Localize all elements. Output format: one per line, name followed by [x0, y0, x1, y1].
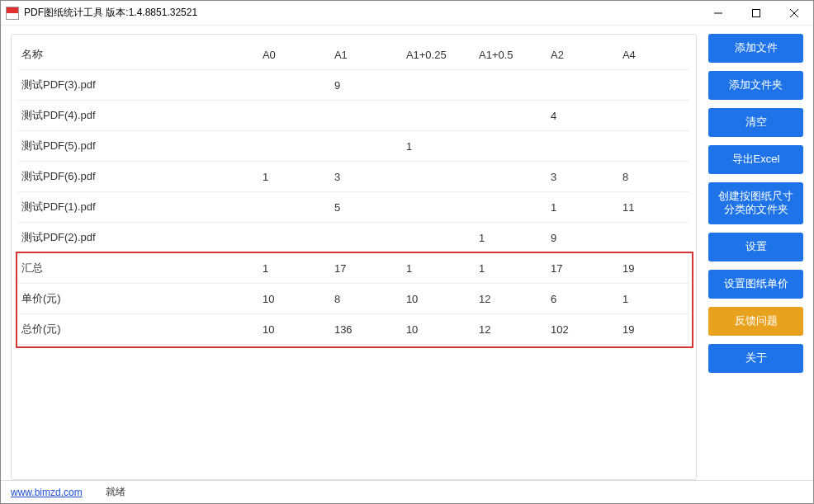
table-row[interactable]: 测试PDF(1).pdf5111: [18, 192, 689, 223]
cell: 8: [329, 284, 401, 314]
cell: [474, 131, 546, 162]
window-controls: [699, 1, 813, 25]
cell: [258, 131, 329, 162]
add-folder-button[interactable]: 添加文件夹: [708, 71, 803, 100]
col-a1p5[interactable]: A1+0.5: [474, 40, 546, 70]
app-icon: [6, 7, 19, 20]
maximize-button[interactable]: [737, 1, 775, 25]
cell: 10: [258, 314, 329, 345]
cell: 10: [401, 284, 474, 314]
main-area: 名称 A0 A1 A1+0.25 A1+0.5 A2 A4 测试PDF(3).p…: [1, 26, 813, 480]
cell: 5: [329, 192, 401, 223]
cell: 10: [401, 314, 474, 345]
cell: [618, 70, 689, 101]
cell: 10: [258, 284, 329, 314]
cell: [258, 70, 329, 101]
cell: [401, 70, 474, 101]
cell: [401, 192, 474, 223]
cell: [258, 223, 329, 253]
cell: 9: [329, 70, 401, 101]
cell: [474, 70, 546, 101]
cell: 测试PDF(3).pdf: [18, 70, 258, 101]
statusbar: www.bimzd.com 就绪: [1, 480, 813, 503]
cell: 总价(元): [18, 314, 258, 345]
table-row[interactable]: 测试PDF(4).pdf4: [18, 101, 689, 131]
cell: 1: [401, 253, 474, 284]
cell: 测试PDF(1).pdf: [18, 192, 258, 223]
clear-button[interactable]: 清空: [708, 108, 803, 137]
table-row[interactable]: 测试PDF(3).pdf9: [18, 70, 689, 101]
cell: 汇总: [18, 253, 258, 284]
table-row[interactable]: 单价(元)108101261: [18, 284, 689, 314]
cell: 测试PDF(4).pdf: [18, 101, 258, 131]
cell: [258, 192, 329, 223]
col-name[interactable]: 名称: [18, 40, 258, 70]
cell: [329, 223, 401, 253]
side-buttons: 添加文件 添加文件夹 清空 导出Excel 创建按图纸尺寸 分类的文件夹 设置 …: [708, 34, 803, 480]
col-a1[interactable]: A1: [329, 40, 401, 70]
cell: [618, 223, 689, 253]
table-row[interactable]: 测试PDF(2).pdf19: [18, 223, 689, 253]
feedback-button[interactable]: 反馈问题: [708, 307, 803, 336]
cell: 8: [618, 162, 689, 192]
cell: 4: [546, 101, 618, 131]
cell: 1: [258, 162, 329, 192]
titlebar: PDF图纸统计工具 版本:1.4.8851.32521: [1, 1, 813, 26]
about-button[interactable]: 关于: [708, 344, 803, 373]
cell: 1: [618, 284, 689, 314]
col-a1p25[interactable]: A1+0.25: [401, 40, 474, 70]
cell: 12: [474, 314, 546, 345]
close-button[interactable]: [775, 1, 813, 25]
status-text: 就绪: [106, 485, 125, 499]
cell: 测试PDF(5).pdf: [18, 131, 258, 162]
cell: 3: [546, 162, 618, 192]
table-row[interactable]: 测试PDF(5).pdf1: [18, 131, 689, 162]
cell: 单价(元): [18, 284, 258, 314]
cell: 12: [474, 284, 546, 314]
cell: 19: [618, 314, 689, 345]
cell: [474, 162, 546, 192]
window-title: PDF图纸统计工具 版本:1.4.8851.32521: [24, 6, 699, 20]
cell: 6: [546, 284, 618, 314]
cell: 1: [474, 253, 546, 284]
cell: 1: [401, 131, 474, 162]
cell: [329, 101, 401, 131]
cell: 测试PDF(6).pdf: [18, 162, 258, 192]
table-row[interactable]: 汇总117111719: [18, 253, 689, 284]
cell: [618, 101, 689, 131]
cell: 11: [618, 192, 689, 223]
create-size-folders-button[interactable]: 创建按图纸尺寸 分类的文件夹: [708, 182, 803, 225]
website-link[interactable]: www.bimzd.com: [11, 487, 83, 498]
cell: [546, 70, 618, 101]
cell: 1: [546, 192, 618, 223]
cell: 1: [258, 253, 329, 284]
settings-button[interactable]: 设置: [708, 233, 803, 261]
cell: [401, 162, 474, 192]
col-a2[interactable]: A2: [546, 40, 618, 70]
cell: 19: [618, 253, 689, 284]
cell: 3: [329, 162, 401, 192]
set-price-button[interactable]: 设置图纸单价: [708, 270, 803, 299]
cell: 17: [546, 253, 618, 284]
cell: 9: [546, 223, 618, 253]
cell: [401, 223, 474, 253]
minimize-button[interactable]: [699, 1, 737, 25]
cell: [329, 131, 401, 162]
cell: 测试PDF(2).pdf: [18, 223, 258, 253]
export-excel-button[interactable]: 导出Excel: [708, 145, 803, 174]
cell: 1: [474, 223, 546, 253]
col-a4[interactable]: A4: [618, 40, 689, 70]
cell: [474, 101, 546, 131]
cell: [258, 101, 329, 131]
svg-rect-1: [753, 9, 760, 16]
add-file-button[interactable]: 添加文件: [708, 34, 803, 63]
data-table: 名称 A0 A1 A1+0.25 A1+0.5 A2 A4 测试PDF(3).p…: [18, 40, 689, 345]
cell: [401, 101, 474, 131]
cell: 136: [329, 314, 401, 345]
cell: 102: [546, 314, 618, 345]
col-a0[interactable]: A0: [258, 40, 329, 70]
table-row[interactable]: 测试PDF(6).pdf1338: [18, 162, 689, 192]
table-row[interactable]: 总价(元)10136101210219: [18, 314, 689, 345]
cell: [474, 192, 546, 223]
cell: [546, 131, 618, 162]
